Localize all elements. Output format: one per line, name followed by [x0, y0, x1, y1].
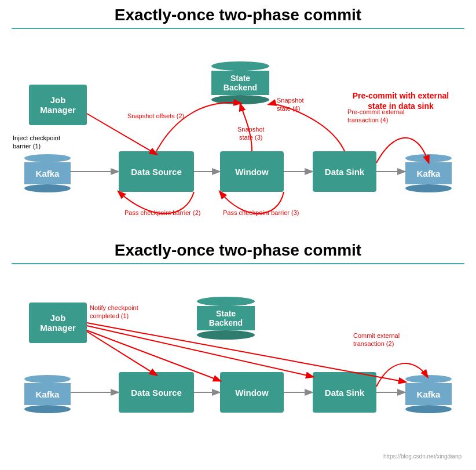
window-box: Window [220, 151, 284, 192]
snapshot-state4-label: Snapshotstate (4) [277, 96, 303, 113]
snapshot-offsets-label: Snapshot offsets (2) [127, 112, 184, 119]
data-source-box: Data Source [119, 151, 194, 192]
pass-barrier3-label: Pass checkpoint barrier (3) [223, 209, 299, 216]
diagram1-divider [12, 28, 464, 29]
job-manager-box: JobManager [29, 85, 87, 125]
data-sink-box: Data Sink [313, 151, 376, 192]
kafka-right-cylinder: Kafka [405, 154, 452, 192]
diagram1-canvas: JobManager Kafka Data Source Window Data… [12, 38, 464, 235]
commit-ext-label: Commit externaltransaction (2) [353, 331, 400, 348]
pre-commit-ext-label: Pre-commit externaltransaction (4) [347, 108, 404, 125]
watermark: https://blog.csdn.net/xingdianp [12, 453, 464, 460]
kafka-left-cylinder-2: Kafka [24, 375, 71, 413]
diagram2-divider [12, 263, 464, 264]
pass-barrier2-label: Pass checkpoint barrier (2) [125, 209, 200, 216]
inject-label: Inject checkpointbarrier (1) [13, 134, 71, 151]
diagram2-section: Exactly-once two-phase commit JobManager… [12, 241, 464, 447]
diagram1-title: Exactly-once two-phase commit [12, 6, 464, 24]
job-manager-box-2: JobManager [29, 303, 87, 343]
kafka-right-cylinder-2: Kafka [405, 375, 452, 413]
diagram1-section: Exactly-once two-phase commit JobManager… [12, 6, 464, 235]
data-source-box-2: Data Source [119, 372, 194, 413]
snapshot-state3-label: Snapshotstate (3) [237, 125, 264, 142]
kafka-left-cylinder: Kafka [24, 154, 71, 192]
state-backend-cylinder-2: StateBackend [197, 297, 255, 340]
diagram2-canvas: JobManager StateBackend Kafka Data Sourc… [12, 274, 464, 447]
data-sink-box-2: Data Sink [313, 372, 376, 413]
window-box-2: Window [220, 372, 284, 413]
page: Exactly-once two-phase commit JobManager… [0, 0, 476, 465]
state-backend-cylinder: StateBackend [211, 61, 269, 104]
diagram2-title: Exactly-once two-phase commit [12, 241, 464, 260]
notify-label: Notify checkpointcompleted (1) [90, 304, 138, 320]
